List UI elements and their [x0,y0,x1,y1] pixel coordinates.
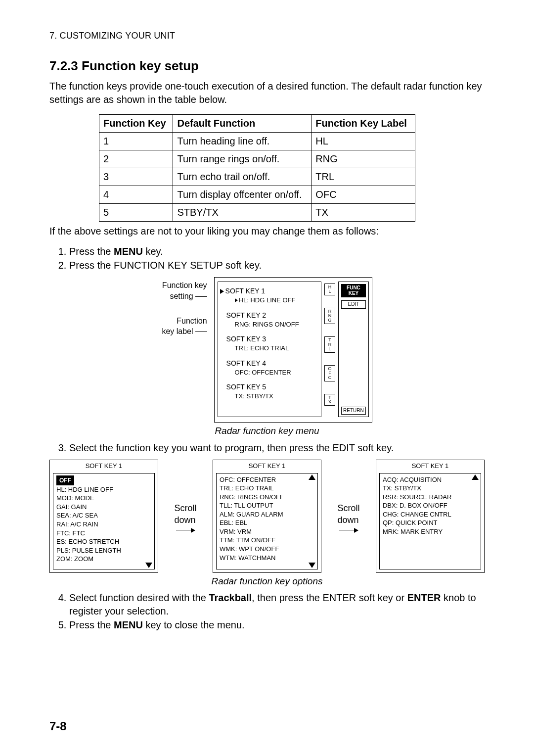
softkey-sub: TX: STBY/TX [235,392,273,401]
table-cell: HL [312,133,415,150]
function-key-table: Function Key Default Function Function K… [99,114,415,222]
option-item[interactable]: ACQ: ACQUISITION [383,475,478,484]
option-item[interactable]: ES: ECHO STRETCH [56,537,151,546]
option-item[interactable]: TRL: ECHO TRAIL [220,484,314,493]
option-item[interactable]: ZOM: ZOOM [56,555,151,564]
table-cell: 1 [99,133,173,150]
arrow-right-icon [176,530,195,530]
steps-list: Press the MENU key. Press the FUNCTION K… [49,245,485,272]
scroll-indicator: Scrolldown [337,502,359,531]
option-item[interactable]: MOD: MODE [56,494,151,503]
option-item[interactable]: TLL: TLL OUTPUT [220,501,314,510]
after-table-text: If the above settings are not to your li… [49,225,485,238]
options-title: SOFT KEY 1 [50,460,158,472]
step-5: Press the MENU key to close the menu. [69,618,485,632]
table-row: 1Turn heading line off.HL [99,133,415,150]
option-item[interactable]: HL: HDG LINE OFF [56,485,151,494]
option-item[interactable]: TTM: TTM ON/OFF [220,536,314,545]
table-cell: TRL [312,168,415,186]
step-text: key. [143,246,163,257]
menu-diagram: Function keysetting Functionkey label SO… [49,277,485,423]
step-4: Select function desired with the Trackba… [69,591,485,618]
option-item[interactable]: DBX: D. BOX ON/OFF [383,501,478,510]
option-item[interactable]: CHG: CHANGE CNTRL [383,510,478,519]
step-text: Press the [69,246,114,257]
table-header: Function Key Label [312,115,415,133]
option-item[interactable]: VRM: VRM [220,527,314,536]
steps-list: Select function desired with the Trackba… [49,591,485,632]
softkey-sub: RNG: RINGS ON/OFF [235,320,299,329]
step-3: Select the function key you want to prog… [69,441,485,455]
softkey-title: SOFT KEY 2 [226,311,266,320]
option-item[interactable]: RNG: RINGS ON/OFF [220,493,314,502]
options-title: SOFT KEY 1 [213,460,321,472]
options-col-3: SOFT KEY 1 ACQ: ACQUISITIONTX: STBY/TXRS… [376,460,485,573]
table-cell: 3 [99,168,173,186]
pointer-icon [235,298,238,302]
arrow-right-icon [339,530,358,530]
step-text: , then press the ENTER soft key or [252,592,407,603]
table-cell: RNG [312,150,415,168]
softkey-item[interactable]: SOFT KEY 5TX: STBY/TX [220,382,319,400]
options-diagram: SOFT KEY 1 OFFHL: HDG LINE OFFMOD: MODEG… [49,460,485,573]
table-cell: Turn range rings on/off. [173,150,312,168]
option-item[interactable]: OFC: OFFCENTER [220,475,314,484]
softkey-sub: OFC: OFFCENTER [235,368,291,377]
softkey-item[interactable]: SOFT KEY 2RNG: RINGS ON/OFF [220,311,319,329]
table-row: 2Turn range rings on/off.RNG [99,150,415,168]
step-bold: MENU [114,619,143,630]
table-cell: Turn display offcenter on/off. [173,186,312,204]
table-row: 4Turn display offcenter on/off.OFC [99,186,415,204]
func-key-button[interactable]: FUNCKEY [341,284,366,297]
menu-caption: Radar function key menu [49,425,485,437]
softkey-title: SOFT KEY 1 [225,286,265,296]
options-col-1: SOFT KEY 1 OFFHL: HDG LINE OFFMOD: MODEG… [49,460,158,573]
step-text: Select function desired with the [69,592,209,603]
table-cell: 2 [99,150,173,168]
step-1: Press the MENU key. [69,245,485,258]
scroll-indicator: Scrolldown [174,502,196,531]
badge-column: HLRNGTRLOFCTX [324,282,335,417]
softkey-item[interactable]: SOFT KEY 1HL: HDG LINE OFF [220,286,319,304]
softkey-sub: TRL: ECHO TRIAL [235,344,289,353]
options-title: SOFT KEY 1 [376,460,484,472]
pointer-icon [220,289,224,294]
key-label-badge: RNG [324,308,335,324]
table-cell: 4 [99,186,173,204]
option-item[interactable]: EBL: EBL [220,519,314,527]
options-col-2: SOFT KEY 1 OFC: OFFCENTERTRL: ECHO TRAIL… [213,460,321,573]
option-item[interactable]: TX: STBY/TX [383,484,478,493]
off-option[interactable]: OFF [56,475,74,485]
table-header: Default Function [173,115,312,133]
option-item[interactable]: SEA: A/C SEA [56,511,151,520]
key-label-badge: HL [324,284,335,295]
table-cell: 5 [99,204,173,222]
option-item[interactable]: PLS: PULSE LENGTH [56,546,151,555]
option-item[interactable]: GAI: GAIN [56,503,151,512]
softkey-item[interactable]: SOFT KEY 4OFC: OFFCENTER [220,359,319,377]
table-cell: OFC [312,186,415,204]
table-cell: TX [312,204,415,222]
return-button[interactable]: RETURN [341,407,366,415]
option-item[interactable]: MRK: MARK ENTRY [383,527,478,536]
edit-button[interactable]: EDIT [341,300,366,309]
key-label-badge: OFC [324,365,335,381]
option-item[interactable]: QP: QUICK POINT [383,519,478,527]
option-item[interactable]: RAI: A/C RAIN [56,520,151,529]
menu-list: SOFT KEY 1HL: HDG LINE OFFSOFT KEY 2RNG:… [218,282,322,417]
diagram-labels: Function keysetting Functionkey label [162,277,207,336]
key-label-badge: TRL [324,336,335,353]
option-item[interactable]: FTC: FTC [56,529,151,538]
steps-list: Select the function key you want to prog… [49,441,485,455]
softkey-sidebar: FUNCKEY EDIT RETURN [338,282,368,417]
scroll-down-icon [145,563,152,568]
option-item[interactable]: WTM: WATCHMAN [220,554,314,563]
option-item[interactable]: RSR: SOURCE RADAR [383,493,478,502]
option-item[interactable]: WMK: WPT ON/OFF [220,545,314,554]
step-text: Press the [69,619,114,630]
step-bold: MENU [114,246,143,257]
option-item[interactable]: ALM: GUARD ALARM [220,510,314,519]
step-text: key to close the menu. [143,619,245,630]
softkey-item[interactable]: SOFT KEY 3TRL: ECHO TRIAL [220,334,319,352]
options-caption: Radar function key options [49,575,485,588]
